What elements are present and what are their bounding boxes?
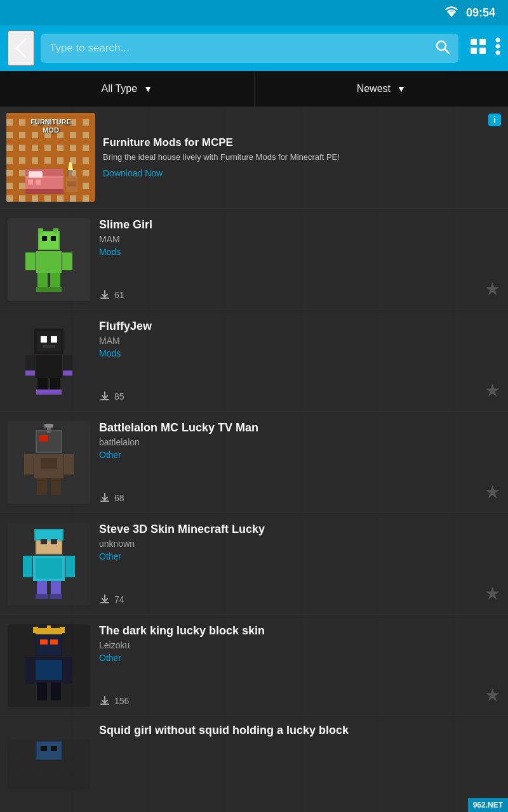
sort-filter-arrow: ▼ <box>397 84 406 94</box>
item-author-1: MAM <box>99 336 500 346</box>
back-button[interactable] <box>8 30 34 66</box>
item-author-2: battlelalon <box>99 437 500 447</box>
svg-rect-90 <box>36 660 62 680</box>
item-downloads-4: 156 <box>99 695 500 707</box>
item-name-3: Steve 3D Skin Minecraft Lucky <box>99 523 500 536</box>
svg-rect-92 <box>64 657 72 684</box>
svg-rect-16 <box>36 180 41 185</box>
svg-rect-93 <box>37 683 47 700</box>
item-name-5: Squid girl without squid holding a lucky… <box>99 724 500 737</box>
svg-rect-28 <box>38 228 43 233</box>
svg-rect-27 <box>51 236 56 241</box>
svg-rect-36 <box>49 287 62 292</box>
list-item-2[interactable]: Battlelalon MC Lucky TV Man battlelalon … <box>0 412 508 513</box>
top-right-icons <box>470 37 500 59</box>
item-thumbnail-1 <box>8 320 90 402</box>
item-thumbnail-4 <box>8 624 90 707</box>
item-downloads-1: 85 <box>99 391 500 402</box>
svg-rect-97 <box>37 742 61 759</box>
status-bar: 09:54 <box>0 0 508 25</box>
search-input[interactable] <box>50 42 431 55</box>
download-icon <box>99 289 110 301</box>
item-author-4: Leizoku <box>99 640 500 650</box>
wifi-icon <box>444 6 458 20</box>
svg-rect-87 <box>40 639 48 645</box>
svg-line-2 <box>445 49 450 53</box>
svg-rect-98 <box>41 746 47 751</box>
svg-rect-6 <box>479 48 486 54</box>
svg-rect-31 <box>25 252 36 270</box>
ad-thumb-text: FURNITUREMOD <box>6 118 95 134</box>
svg-rect-55 <box>39 435 48 442</box>
star-button-3[interactable]: ★ <box>485 583 500 604</box>
download-icon <box>99 492 110 504</box>
download-icon <box>99 594 110 605</box>
svg-rect-63 <box>37 478 47 495</box>
svg-rect-35 <box>36 287 49 292</box>
svg-rect-18 <box>67 181 76 187</box>
svg-marker-20 <box>68 162 73 170</box>
search-icon[interactable] <box>436 40 450 57</box>
ad-description: Bring the ideal house lively with Furnit… <box>103 152 502 163</box>
svg-point-9 <box>496 51 500 55</box>
svg-rect-30 <box>36 251 62 273</box>
svg-rect-19 <box>69 170 72 176</box>
star-button-4[interactable]: ★ <box>485 684 500 705</box>
svg-rect-56 <box>50 435 58 442</box>
ad-info-icon[interactable]: i <box>488 113 502 130</box>
type-filter-button[interactable]: All Type ▼ <box>0 71 255 107</box>
star-button-0[interactable]: ★ <box>485 278 500 299</box>
list-item-3[interactable]: Steve 3D Skin Minecraft Lucky unknown Ot… <box>0 513 508 615</box>
list-item-4[interactable]: The dark king lucky block skin Leizoku O… <box>0 615 508 716</box>
item-downloads-3: 74 <box>99 594 500 605</box>
sort-filter-label: Newest <box>357 83 391 95</box>
grid-icon[interactable] <box>470 38 486 58</box>
search-container <box>41 34 458 63</box>
more-options-icon[interactable] <box>495 37 500 59</box>
ad-download-link[interactable]: Download Now <box>103 168 502 178</box>
svg-rect-32 <box>62 252 72 270</box>
svg-rect-40 <box>41 336 47 343</box>
svg-rect-46 <box>25 370 35 376</box>
item-category-1: Mods <box>99 348 500 358</box>
type-filter-arrow: ▼ <box>144 84 152 94</box>
svg-rect-79 <box>50 594 62 599</box>
item-downloads-0: 61 <box>99 289 500 301</box>
item-category-2: Other <box>99 450 500 460</box>
star-button-1[interactable]: ★ <box>485 380 500 401</box>
watermark: 962.NET <box>468 798 508 812</box>
list-item[interactable]: Slime Girl MAM Mods 61 ★ <box>0 209 508 310</box>
item-category-0: Mods <box>99 247 500 257</box>
svg-rect-74 <box>23 556 32 577</box>
svg-rect-84 <box>60 627 65 633</box>
item-category-4: Other <box>99 653 500 663</box>
ad-title: Furniture Mods for MCPE <box>103 136 502 149</box>
svg-rect-75 <box>65 556 75 577</box>
svg-rect-39 <box>37 331 61 351</box>
svg-rect-91 <box>25 657 34 684</box>
type-filter-label: All Type <box>102 83 138 95</box>
status-time: 09:54 <box>466 6 495 20</box>
svg-rect-26 <box>42 236 47 241</box>
svg-rect-47 <box>63 370 72 376</box>
svg-rect-4 <box>479 39 486 45</box>
sort-filter-button[interactable]: Newest ▼ <box>255 71 509 107</box>
svg-marker-0 <box>447 11 456 17</box>
item-author-3: unknown <box>99 539 500 549</box>
svg-rect-12 <box>25 189 64 194</box>
item-thumbnail-5 <box>8 740 90 790</box>
svg-rect-82 <box>33 627 38 633</box>
svg-rect-41 <box>51 336 57 343</box>
star-button-2[interactable]: ★ <box>485 481 500 502</box>
item-author-0: MAM <box>99 234 500 244</box>
ad-item[interactable]: Ad FURNITUREMOD <box>0 107 508 209</box>
svg-rect-69 <box>36 530 62 539</box>
list-item-1[interactable]: FluffyJew MAM Mods 85 ★ <box>0 310 508 412</box>
item-thumbnail-3 <box>8 523 90 605</box>
item-thumbnail-2 <box>8 421 90 504</box>
svg-rect-62 <box>64 454 74 475</box>
svg-rect-70 <box>41 539 47 544</box>
svg-rect-50 <box>36 390 49 395</box>
list-item-5[interactable]: Squid girl without squid holding a lucky… <box>0 716 508 812</box>
svg-rect-42 <box>43 345 55 348</box>
